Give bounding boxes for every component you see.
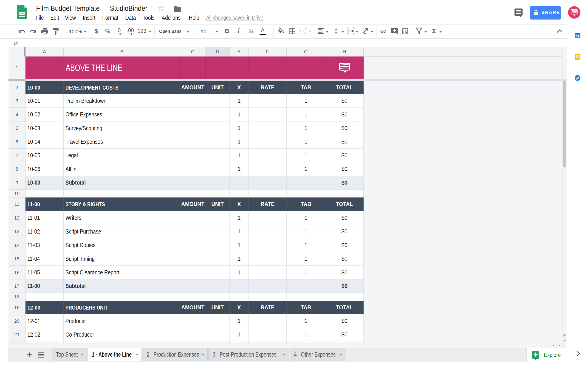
svg-text:31: 31 — [576, 34, 579, 38]
